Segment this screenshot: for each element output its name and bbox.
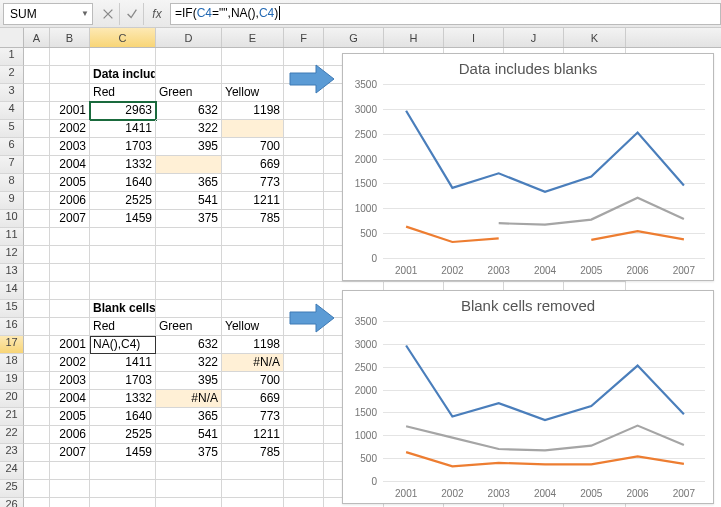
cell-F20[interactable] bbox=[284, 390, 324, 408]
cell-B25[interactable] bbox=[50, 480, 90, 498]
cell-F23[interactable] bbox=[284, 444, 324, 462]
cell-F25[interactable] bbox=[284, 480, 324, 498]
cell-C10[interactable]: 1459 bbox=[90, 210, 156, 228]
row-header[interactable]: 24 bbox=[0, 462, 24, 480]
cell-E17[interactable]: 1198 bbox=[222, 336, 284, 354]
cell-D9[interactable]: 541 bbox=[156, 192, 222, 210]
cell-E19[interactable]: 700 bbox=[222, 372, 284, 390]
cell-C22[interactable]: 2525 bbox=[90, 426, 156, 444]
cell-D19[interactable]: 395 bbox=[156, 372, 222, 390]
cell-C6[interactable]: 1703 bbox=[90, 138, 156, 156]
cell-A18[interactable] bbox=[24, 354, 50, 372]
cell-C7[interactable]: 1332 bbox=[90, 156, 156, 174]
cell-D2[interactable] bbox=[156, 66, 222, 84]
cell-F14[interactable] bbox=[284, 282, 324, 300]
cell-E24[interactable] bbox=[222, 462, 284, 480]
cell-D20[interactable]: #N/A bbox=[156, 390, 222, 408]
cell-A10[interactable] bbox=[24, 210, 50, 228]
cell-C18[interactable]: 1411 bbox=[90, 354, 156, 372]
cell-D3[interactable]: Green bbox=[156, 84, 222, 102]
cell-B18[interactable]: 2002 bbox=[50, 354, 90, 372]
cell-D5[interactable]: 322 bbox=[156, 120, 222, 138]
cell-B14[interactable] bbox=[50, 282, 90, 300]
cell-E3[interactable]: Yellow bbox=[222, 84, 284, 102]
cell-C9[interactable]: 2525 bbox=[90, 192, 156, 210]
cell-F19[interactable] bbox=[284, 372, 324, 390]
cell-D14[interactable] bbox=[156, 282, 222, 300]
cell-B24[interactable] bbox=[50, 462, 90, 480]
cell-A9[interactable] bbox=[24, 192, 50, 210]
row-header[interactable]: 4 bbox=[0, 102, 24, 120]
cell-F12[interactable] bbox=[284, 246, 324, 264]
cell-C20[interactable]: 1332 bbox=[90, 390, 156, 408]
row-header[interactable]: 26 bbox=[0, 498, 24, 507]
cell-A24[interactable] bbox=[24, 462, 50, 480]
cell-B13[interactable] bbox=[50, 264, 90, 282]
cell-C14[interactable] bbox=[90, 282, 156, 300]
column-header[interactable]: D bbox=[156, 28, 222, 47]
cell-F4[interactable] bbox=[284, 102, 324, 120]
cell-D12[interactable] bbox=[156, 246, 222, 264]
cell-A4[interactable] bbox=[24, 102, 50, 120]
column-header[interactable]: G bbox=[324, 28, 384, 47]
cell-A6[interactable] bbox=[24, 138, 50, 156]
cell-E2[interactable] bbox=[222, 66, 284, 84]
row-header[interactable]: 20 bbox=[0, 390, 24, 408]
cell-B6[interactable]: 2003 bbox=[50, 138, 90, 156]
cell-C24[interactable] bbox=[90, 462, 156, 480]
cell-A17[interactable] bbox=[24, 336, 50, 354]
row-header[interactable]: 21 bbox=[0, 408, 24, 426]
cell-A16[interactable] bbox=[24, 318, 50, 336]
cell-A21[interactable] bbox=[24, 408, 50, 426]
cell-B2[interactable] bbox=[50, 66, 90, 84]
row-header[interactable]: 19 bbox=[0, 372, 24, 390]
cell-D10[interactable]: 375 bbox=[156, 210, 222, 228]
cell-E4[interactable]: 1198 bbox=[222, 102, 284, 120]
cell-D22[interactable]: 541 bbox=[156, 426, 222, 444]
cell-C13[interactable] bbox=[90, 264, 156, 282]
cell-F13[interactable] bbox=[284, 264, 324, 282]
cell-F5[interactable] bbox=[284, 120, 324, 138]
cell-B9[interactable]: 2006 bbox=[50, 192, 90, 210]
row-header[interactable]: 6 bbox=[0, 138, 24, 156]
cell-A25[interactable] bbox=[24, 480, 50, 498]
cell-D24[interactable] bbox=[156, 462, 222, 480]
fx-icon[interactable]: fx bbox=[144, 7, 170, 21]
row-header[interactable]: 3 bbox=[0, 84, 24, 102]
cell-F6[interactable] bbox=[284, 138, 324, 156]
cell-A12[interactable] bbox=[24, 246, 50, 264]
column-header[interactable]: I bbox=[444, 28, 504, 47]
cell-E16[interactable]: Yellow bbox=[222, 318, 284, 336]
cell-D13[interactable] bbox=[156, 264, 222, 282]
cell-C26[interactable] bbox=[90, 498, 156, 507]
cell-D26[interactable] bbox=[156, 498, 222, 507]
chart-blanks-removed[interactable]: Blank cells removed 05001000150020002500… bbox=[342, 290, 714, 504]
cell-C5[interactable]: 1411 bbox=[90, 120, 156, 138]
cell-C17[interactable]: NA(),C4) bbox=[90, 336, 156, 354]
cell-B5[interactable]: 2002 bbox=[50, 120, 90, 138]
cell-E8[interactable]: 773 bbox=[222, 174, 284, 192]
cell-A11[interactable] bbox=[24, 228, 50, 246]
cell-A5[interactable] bbox=[24, 120, 50, 138]
cell-A26[interactable] bbox=[24, 498, 50, 507]
cell-D21[interactable]: 365 bbox=[156, 408, 222, 426]
cell-C12[interactable] bbox=[90, 246, 156, 264]
cell-C4[interactable]: 2963 bbox=[90, 102, 156, 120]
cell-C8[interactable]: 1640 bbox=[90, 174, 156, 192]
cell-B10[interactable]: 2007 bbox=[50, 210, 90, 228]
row-header[interactable]: 25 bbox=[0, 480, 24, 498]
cell-D1[interactable] bbox=[156, 48, 222, 66]
row-header[interactable]: 14 bbox=[0, 282, 24, 300]
cell-B11[interactable] bbox=[50, 228, 90, 246]
cell-E7[interactable]: 669 bbox=[222, 156, 284, 174]
cell-D15[interactable] bbox=[156, 300, 222, 318]
cell-B17[interactable]: 2001 bbox=[50, 336, 90, 354]
cell-A23[interactable] bbox=[24, 444, 50, 462]
cell-C25[interactable] bbox=[90, 480, 156, 498]
cell-F18[interactable] bbox=[284, 354, 324, 372]
worksheet[interactable]: ABCDEFGHIJK 12Data includes blanks3RedGr… bbox=[0, 28, 721, 507]
cell-D7[interactable] bbox=[156, 156, 222, 174]
cell-B22[interactable]: 2006 bbox=[50, 426, 90, 444]
row-header[interactable]: 18 bbox=[0, 354, 24, 372]
cell-C15[interactable]: Blank cells removed bbox=[90, 300, 156, 318]
